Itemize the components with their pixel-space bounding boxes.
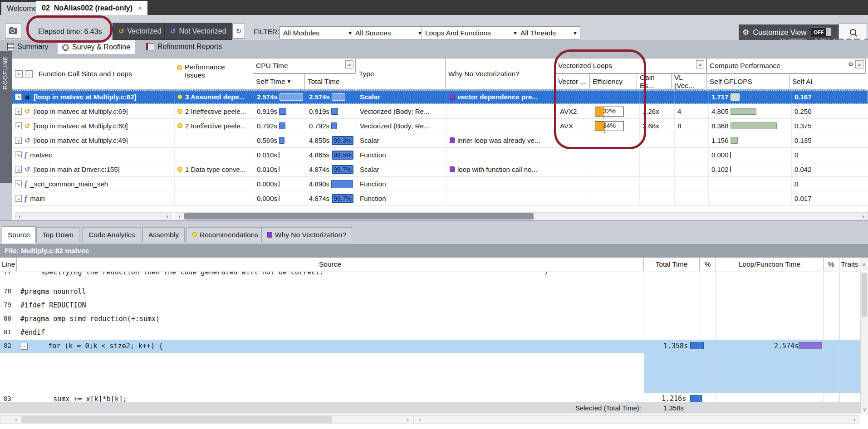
metrics-hscrollbar[interactable]: ‹ › — [414, 415, 860, 424]
scroll-right-icon[interactable]: › — [859, 213, 867, 220]
column-group-compute-performance[interactable]: Compute Performance ⚙ » — [706, 58, 866, 73]
expand-icon[interactable]: + — [15, 108, 22, 115]
scroll-down-icon[interactable]: ∨ — [861, 407, 868, 413]
table-row[interactable]: ↘ f matvec 0.010s 4.865s 99.5% Function … — [12, 148, 868, 162]
scroll-left-icon[interactable]: ‹ — [176, 213, 183, 220]
collapse-icon[interactable]: − — [21, 343, 28, 350]
customize-toggle[interactable]: OFF — [811, 27, 831, 37]
tab-source[interactable]: Source — [2, 226, 36, 244]
expand-icon[interactable]: ↘ — [15, 151, 22, 158]
column-header-why-no-vectorization[interactable]: Why No Vectorization? — [445, 58, 555, 90]
scrollbar-thumb[interactable] — [184, 213, 534, 219]
expand-icon[interactable]: ↘ — [15, 180, 22, 187]
source-line[interactable]: 77 specifying the reduction then the cod… — [0, 272, 860, 285]
column-header-percent[interactable]: % — [700, 258, 716, 271]
ai-value: 0.042 — [794, 166, 812, 173]
loop-icon: ◉ — [25, 93, 30, 101]
column-header-loop-function-time[interactable]: Loop/Function Time — [716, 258, 824, 271]
source-line[interactable]: 79 #ifdef REDUCTION — [0, 299, 860, 312]
source-vscrollbar[interactable]: ∨ — [860, 272, 868, 414]
why-text: inner loop was already ve... — [457, 136, 540, 144]
source-line[interactable]: 78 #pragma nounroll — [0, 285, 860, 299]
scrollbar-thumb[interactable] — [862, 273, 867, 317]
expand-icon[interactable]: ↘ — [15, 195, 22, 202]
percent-header-label: % — [828, 260, 834, 268]
expand-columns-icon[interactable]: » — [696, 60, 704, 68]
scroll-left-icon[interactable]: ‹ — [16, 213, 24, 220]
source-line-selected[interactable]: 82 − for (k = 0;k < size2; k++) { — [0, 340, 644, 353]
column-header-percent2[interactable]: % — [824, 258, 839, 271]
column-header-total-time[interactable]: Total Time — [644, 258, 700, 271]
scroll-right-icon[interactable]: › — [404, 416, 412, 423]
scrollbar-thumb[interactable] — [21, 416, 332, 423]
refresh-filter-button[interactable]: ↻ — [232, 24, 245, 39]
source-code-pane[interactable]: 77 specifying the reduction then the cod… — [0, 272, 868, 402]
column-header-traits[interactable]: Traits — [839, 258, 860, 271]
why-header-label: Why No Vectorization? — [448, 70, 520, 78]
table-row[interactable]: + ↺ [loop in matvec at Multiply.c:69] 2 … — [12, 104, 868, 119]
type-value: Vectorized (Body; Re... — [360, 122, 429, 130]
tab-result[interactable]: 02_NoAlias002 (read-only) × — [36, 1, 147, 15]
tab-code-analytics[interactable]: Code Analytics — [83, 227, 141, 242]
collapse-all-button[interactable]: − — [25, 70, 33, 78]
modules-dropdown[interactable]: All Modules ▼ — [280, 26, 355, 39]
tab-survey-roofline[interactable]: Survey & Roofline — [58, 40, 135, 54]
column-header-gain[interactable]: Gain Es... — [637, 73, 672, 90]
source-hscrollbar[interactable]: ‹ › — [0, 415, 414, 424]
table-row[interactable]: ↘ f main 0.000s 4.874s 99.7% Function 0.… — [12, 191, 868, 206]
column-header-vl[interactable]: VL (Vec... — [671, 73, 705, 90]
tab-refinement-reports[interactable]: Refinement Reports — [142, 41, 226, 53]
column-header-source[interactable]: Source — [17, 258, 644, 271]
not-vectorized-filter-button[interactable]: ↺ Not Vectorized — [164, 23, 232, 40]
column-group-cpu-time[interactable]: CPU Time » — [253, 58, 356, 73]
expand-icon[interactable]: ↘ — [15, 93, 22, 100]
sources-dropdown[interactable]: All Sources ▼ — [352, 26, 425, 39]
table-row[interactable]: ↘ ↺ [loop in main at Driver.c:155] 1 Dat… — [12, 162, 868, 177]
efficiency-marker-icon: ▲ — [603, 131, 605, 133]
tab-top-down[interactable]: Top Down — [36, 227, 79, 242]
gear-icon[interactable]: ⚙ — [847, 60, 854, 68]
scroll-left-icon[interactable]: ‹ — [416, 416, 424, 423]
table-row[interactable]: ↘ ↺ [loop in matvec at Multiply.c:49] 0.… — [12, 133, 868, 148]
roofline-tab-label: ROOFLINE — [2, 56, 9, 89]
column-header-function[interactable]: + − Function Call Sites and Loops — [12, 58, 174, 90]
scroll-right-icon[interactable]: › — [850, 416, 858, 423]
expand-icon[interactable]: + — [15, 122, 22, 129]
close-icon[interactable]: × — [138, 4, 142, 12]
tab-why-no-vectorization[interactable]: Why No Vectorization? — [261, 227, 352, 242]
column-header-type[interactable]: Type — [356, 58, 446, 90]
scroll-left-icon[interactable]: ‹ — [12, 416, 20, 423]
function-pane-hscrollbar[interactable]: ‹ › — [15, 212, 172, 220]
scroll-up-button[interactable]: ∧ — [860, 258, 868, 271]
table-row[interactable]: ↘ ◉ [loop in matvec at Multiply.c:82] 3 … — [12, 90, 868, 104]
vectorized-filter-button[interactable]: ↺ Vectorized — [113, 23, 167, 40]
tab-assembly[interactable]: Assembly — [142, 227, 185, 242]
expand-columns-icon[interactable]: » — [855, 60, 863, 68]
expand-icon[interactable]: ↘ — [15, 166, 22, 173]
source-line[interactable]: 80 #pragma omp simd reduction(+:sumx) — [0, 312, 860, 326]
column-header-total-time[interactable]: Total Time — [304, 73, 355, 90]
source-line[interactable]: 83 sumx += x[k]*b[k]; 1.216s — [0, 393, 860, 402]
roofline-side-tab[interactable]: ROOFLINE — [0, 51, 12, 220]
survey-hscrollbar[interactable]: ‹ › — [175, 212, 868, 220]
column-header-line[interactable]: Line — [0, 258, 17, 271]
scope-dropdown[interactable]: Loops And Functions ▼ — [422, 26, 520, 39]
snapshot-button[interactable] — [5, 24, 21, 39]
table-row[interactable]: ↘ f _scrt_common_main_seh 0.000s 4.890s … — [12, 177, 868, 191]
scroll-right-icon[interactable]: › — [163, 213, 171, 220]
not-vectorized-label: Not Vectorized — [179, 27, 226, 35]
table-row[interactable]: + ↺ [loop in matvec at Multiply.c:60] 2 … — [12, 119, 868, 133]
column-header-vector-isa[interactable]: Vector ... — [555, 73, 590, 90]
column-header-issues[interactable]: PerformanceIssues — [174, 58, 253, 90]
column-header-self-time[interactable]: Self Time ▼ — [253, 73, 305, 90]
expand-icon[interactable]: ↘ — [15, 137, 22, 144]
tab-recommendations[interactable]: Recommendations — [186, 227, 264, 242]
threads-dropdown[interactable]: All Threads ▼ — [517, 26, 580, 39]
column-group-vectorized-loops[interactable]: Vectorized Loops » — [555, 58, 706, 73]
expand-columns-icon[interactable]: » — [345, 60, 353, 68]
column-header-efficiency[interactable]: Efficiency — [589, 73, 637, 90]
column-header-self-ai[interactable]: Self AI — [789, 73, 865, 90]
expand-all-button[interactable]: + — [15, 70, 23, 78]
column-header-self-gflops[interactable]: Self GFLOPS — [706, 73, 790, 90]
source-line[interactable]: 81 #endif — [0, 326, 860, 340]
